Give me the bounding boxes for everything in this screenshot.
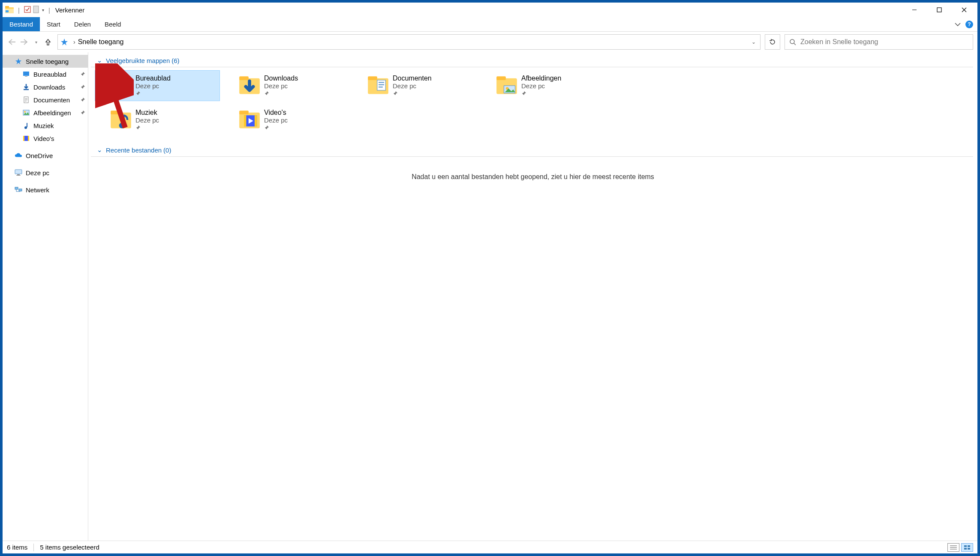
videos-icon (22, 135, 30, 142)
divider: | (48, 6, 50, 14)
chevron-down-icon: ⌄ (97, 146, 102, 154)
maximize-button[interactable] (927, 3, 952, 17)
help-icon[interactable]: ? (965, 21, 973, 28)
history-dropdown-icon[interactable]: ▾ (31, 37, 41, 47)
folder-tile-desktop[interactable]: ✓BureaubladDeze pc (95, 71, 219, 101)
body: Snelle toegang BureaubladDownloadsDocume… (3, 52, 977, 541)
ribbon-collapse-icon[interactable] (954, 21, 961, 28)
sidebar-item-label: Snelle toegang (26, 58, 69, 65)
folder-tile-videos[interactable]: Video'sDeze pc (224, 105, 348, 135)
svg-rect-44 (496, 76, 506, 80)
svg-rect-4 (24, 6, 30, 12)
pin-icon (80, 71, 85, 78)
svg-point-22 (24, 111, 26, 113)
svg-rect-38 (368, 76, 377, 80)
address-bar[interactable]: › Snelle toegang ⌄ (57, 34, 761, 50)
group-header-recent[interactable]: ⌄ Recente bestanden (0) (91, 142, 973, 157)
tab-share[interactable]: Delen (67, 17, 98, 31)
view-details-button[interactable] (947, 543, 959, 552)
folder-name: Bureaublad (135, 75, 171, 82)
pin-icon (264, 125, 288, 132)
folder-location: Deze pc (135, 82, 171, 90)
svg-line-12 (794, 43, 796, 45)
svg-rect-5 (33, 6, 39, 13)
pin-icon (521, 90, 561, 97)
pin-icon (264, 90, 298, 97)
svg-rect-3 (6, 10, 9, 12)
network-icon (15, 186, 22, 194)
sidebar-item-label: Deze pc (26, 169, 49, 176)
empty-recent-message: Nadat u een aantal bestanden hebt geopen… (88, 160, 977, 194)
tab-file[interactable]: Bestand (3, 17, 40, 31)
sidebar-this-pc[interactable]: Deze pc (3, 166, 88, 179)
sidebar-item-label: Documenten (33, 96, 70, 104)
navigation-pane[interactable]: Snelle toegang BureaubladDownloadsDocume… (3, 52, 88, 541)
minimize-button[interactable] (902, 3, 927, 17)
svg-rect-53 (244, 115, 246, 126)
pin-icon (80, 96, 85, 104)
sidebar-item-downloads[interactable]: Downloads (3, 81, 88, 93)
sidebar-item-documents[interactable]: Documenten (3, 93, 88, 106)
svg-rect-63 (968, 548, 970, 550)
svg-rect-14 (23, 72, 29, 76)
close-button[interactable] (952, 3, 977, 17)
group-header-label: Veelgebruikte mappen (106, 57, 170, 64)
pictures-folder-icon (496, 75, 518, 97)
music-folder-icon (110, 109, 132, 131)
sidebar-onedrive[interactable]: OneDrive (3, 149, 88, 162)
sidebar-item-desktop[interactable]: Bureaublad (3, 68, 88, 81)
sidebar-item-label: Muziek (33, 122, 54, 129)
addressbar-dropdown-icon[interactable]: ⌄ (752, 39, 756, 45)
computer-icon (15, 169, 22, 176)
documents-icon (22, 96, 30, 104)
svg-rect-60 (964, 545, 967, 547)
sidebar-item-label: OneDrive (26, 152, 53, 159)
status-selected-count: 5 items geselecteerd (40, 544, 99, 551)
sidebar-quick-access[interactable]: Snelle toegang (3, 55, 88, 68)
folder-tile-downloads[interactable]: DownloadsDeze pc (224, 71, 348, 101)
svg-rect-30 (15, 187, 18, 189)
group-header-frequent[interactable]: ⌄ Veelgebruikte mappen (6) (91, 52, 973, 67)
folder-location: Deze pc (393, 82, 432, 90)
svg-marker-10 (61, 39, 68, 45)
search-icon (789, 39, 796, 45)
qat-newfolder-icon[interactable] (33, 6, 39, 15)
sidebar-network[interactable]: Netwerk (3, 183, 88, 196)
svg-rect-7 (937, 8, 941, 12)
folder-name: Downloads (264, 75, 298, 82)
svg-rect-48 (111, 111, 120, 114)
pictures-icon (22, 109, 30, 117)
qat-properties-icon[interactable] (24, 6, 31, 14)
onedrive-icon (15, 152, 22, 159)
back-button[interactable] (7, 37, 17, 47)
view-large-icons-button[interactable] (961, 543, 973, 552)
up-button[interactable] (43, 37, 53, 47)
tab-start[interactable]: Start (40, 17, 67, 31)
sidebar-item-pictures[interactable]: Afbeeldingen (3, 106, 88, 119)
breadcrumb-sep: › (73, 39, 75, 45)
folder-location: Deze pc (521, 82, 561, 90)
sidebar-item-videos[interactable]: Video's (3, 132, 88, 145)
divider (33, 544, 34, 551)
svg-rect-27 (15, 170, 22, 174)
forward-button[interactable] (19, 37, 29, 47)
tab-view[interactable]: Beeld (98, 17, 128, 31)
desktop-icon (22, 70, 30, 78)
search-box[interactable] (785, 34, 973, 50)
refresh-button[interactable] (765, 34, 780, 50)
svg-rect-29 (16, 175, 21, 176)
folder-location: Deze pc (135, 117, 159, 124)
videos-folder-icon (238, 109, 261, 131)
folder-tile-music[interactable]: MuziekDeze pc (95, 105, 219, 135)
breadcrumb-location[interactable]: Snelle toegang (78, 38, 124, 46)
qat-dropdown-icon[interactable]: ▾ (42, 8, 44, 12)
chevron-down-icon: ⌄ (97, 57, 102, 64)
svg-rect-34 (115, 85, 127, 93)
folder-tile-documents[interactable]: DocumentenDeze pc (352, 71, 477, 101)
content-pane[interactable]: ⌄ Veelgebruikte mappen (6) ✓BureaubladDe… (88, 52, 977, 541)
sidebar-item-music[interactable]: Muziek (3, 119, 88, 132)
folder-tile-pictures[interactable]: AfbeeldingenDeze pc (481, 71, 605, 101)
item-checkbox[interactable]: ✓ (98, 82, 105, 90)
folder-location: Deze pc (264, 82, 298, 90)
search-input[interactable] (800, 38, 968, 46)
